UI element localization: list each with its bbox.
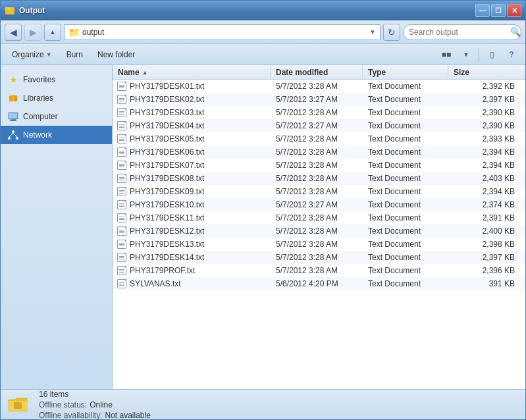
file-type: Text Document [363,253,448,262]
burn-button[interactable]: Burn [61,47,89,63]
txt-file-icon [117,108,126,117]
file-date: 5/7/2012 3:28 AM [271,213,363,223]
file-name-cell: PHY3179DESK09.txt [113,186,271,197]
txt-file-icon [117,240,126,249]
table-row[interactable]: SYLVANAS.txt 5/6/2012 4:20 PM Text Docum… [113,277,525,290]
file-date: 5/6/2012 4:20 PM [271,279,363,288]
view-options-button[interactable]: ■■ [438,47,455,62]
txt-file-icon [117,121,126,130]
libraries-icon [7,92,19,104]
offline-avail-label: Offline availability: [39,411,103,420]
sidebar-item-computer[interactable]: Computer [1,107,112,126]
txt-file-icon [117,147,126,157]
col-size[interactable]: Size [448,65,525,79]
forward-button[interactable]: ▶ [24,24,41,41]
view-arrow[interactable]: ▼ [458,47,475,62]
sidebar-item-favorites[interactable]: ★ Favorites [1,70,112,89]
maximize-button[interactable]: ☐ [491,4,506,17]
sidebar-label-favorites: Favorites [23,75,55,84]
help-button[interactable]: ? [503,47,520,62]
txt-file-icon [117,213,126,223]
organize-button[interactable]: Organize ▼ [6,47,58,63]
file-name: PHY3179DESK11.txt [130,213,204,223]
table-row[interactable]: PHY3179DESK06.txt 5/7/2012 3:28 AM Text … [113,145,525,159]
file-icon [117,147,127,157]
panel-button[interactable]: ▯ [483,47,500,62]
table-row[interactable]: PHY3179DESK07.txt 5/7/2012 3:28 AM Text … [113,159,525,172]
table-row[interactable]: PHY3179DESK08.txt 5/7/2012 3:28 AM Text … [113,172,525,185]
file-name-cell: PHY3179DESK04.txt [113,120,271,131]
table-row[interactable]: PHY3179DESK01.txt 5/7/2012 3:28 AM Text … [113,80,525,93]
explorer-window: Output — ☐ ✕ ◀ ▶ ▲ 📁 output ▼ ↻ 🔍 Organi… [0,0,526,420]
file-icon [117,278,127,289]
table-row[interactable]: PHY3179DESK14.txt 5/7/2012 3:28 AM Text … [113,251,525,264]
svg-rect-7 [9,113,17,118]
file-name-cell: PHY3179DESK11.txt [113,213,271,223]
offline-status-label: Offline status: [39,400,87,409]
file-type: Text Document [363,240,448,249]
refresh-button[interactable]: ↻ [383,24,400,41]
file-name: SYLVANAS.txt [130,279,181,288]
sidebar-item-libraries[interactable]: Libraries [1,89,112,107]
offline-avail-value: Not available [105,411,151,420]
sidebar-item-network[interactable]: Network [1,126,112,144]
status-folder-icon [7,394,28,415]
close-button[interactable]: ✕ [507,4,521,17]
table-row[interactable]: PHY3179DESK09.txt 5/7/2012 3:28 AM Text … [113,185,525,198]
table-row[interactable]: PHY3179DESK03.txt 5/7/2012 3:28 AM Text … [113,106,525,119]
col-date[interactable]: Date modified [271,65,363,79]
table-row[interactable]: PHY3179DESK11.txt 5/7/2012 3:28 AM Text … [113,211,525,224]
file-size: 2,398 KB [448,240,525,249]
file-name-cell: PHY3179DESK01.txt [113,81,271,92]
file-name-cell: PHY3179DESK02.txt [113,94,271,105]
txt-file-icon [117,187,126,196]
new-folder-button[interactable]: New folder [92,47,141,63]
back-button[interactable]: ◀ [5,24,22,41]
table-row[interactable]: PHY3179DESK04.txt 5/7/2012 3:27 AM Text … [113,119,525,132]
table-row[interactable]: PHY3179PROF.txt 5/7/2012 3:28 AM Text Do… [113,264,525,277]
status-info: 16 items Offline status: Online Offline … [39,390,151,420]
svg-rect-9 [10,120,16,121]
file-type: Text Document [363,95,448,104]
file-date: 5/7/2012 3:28 AM [271,187,363,196]
file-icon [117,94,127,105]
minimize-button[interactable]: — [475,4,490,17]
table-row[interactable]: PHY3179DESK05.txt 5/7/2012 3:28 AM Text … [113,132,525,145]
file-size: 391 KB [448,279,525,288]
col-name[interactable]: Name ▲ [113,65,271,79]
file-date: 5/7/2012 3:28 AM [271,240,363,249]
file-name: PHY3179DESK05.txt [130,134,204,144]
up-button[interactable]: ▲ [44,24,61,41]
txt-file-icon [117,279,126,288]
file-type: Text Document [363,134,448,144]
file-size: 2,403 KB [448,174,525,183]
search-icon[interactable]: 🔍 [510,27,521,37]
svg-rect-2 [5,9,8,11]
col-type[interactable]: Type [363,65,448,79]
file-name-cell: PHY3179DESK08.txt [113,173,271,184]
file-name: PHY3179DESK12.txt [130,226,204,236]
table-row[interactable]: PHY3179DESK02.txt 5/7/2012 3:27 AM Text … [113,93,525,106]
file-name-cell: SYLVANAS.txt [113,278,271,289]
address-box[interactable]: 📁 output ▼ [64,24,381,40]
file-name: PHY3179DESK08.txt [130,174,204,183]
table-row[interactable]: PHY3179DESK10.txt 5/7/2012 3:27 AM Text … [113,198,525,211]
file-name-cell: PHY3179PROF.txt [113,265,271,276]
table-row[interactable]: PHY3179DESK12.txt 5/7/2012 3:28 AM Text … [113,224,525,238]
file-date: 5/7/2012 3:28 AM [271,108,363,117]
file-type: Text Document [363,161,448,170]
file-icon [117,199,127,210]
file-icon [117,265,127,276]
file-type: Text Document [363,174,448,183]
file-size: 2,396 KB [448,266,525,275]
file-name-cell: PHY3179DESK14.txt [113,252,271,263]
txt-file-icon [117,161,126,170]
window-controls: — ☐ ✕ [475,4,521,17]
file-type: Text Document [363,279,448,288]
txt-file-icon [117,253,126,262]
search-input[interactable] [409,28,508,37]
status-count-row: 16 items [39,390,151,399]
table-row[interactable]: PHY3179DESK13.txt 5/7/2012 3:28 AM Text … [113,238,525,251]
file-date: 5/7/2012 3:28 AM [271,174,363,183]
favorites-icon: ★ [7,74,19,86]
